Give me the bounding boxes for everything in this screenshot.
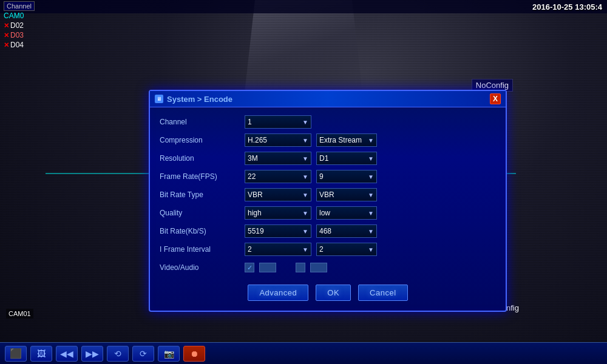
resolution-extra-value: D1 xyxy=(319,154,328,163)
chevron-down-icon: ▼ xyxy=(368,192,374,198)
chevron-down-icon: ▼ xyxy=(302,119,308,126)
framerate-secondary-select[interactable]: 9 ▼ xyxy=(316,170,377,183)
chevron-down-icon: ▼ xyxy=(302,137,308,144)
resolution-primary-select[interactable]: 3M ▼ xyxy=(245,152,311,165)
audio-checkbox-rect[interactable] xyxy=(310,263,327,272)
chevron-down-icon: ▼ xyxy=(368,246,374,253)
channel-label: CAM0 xyxy=(4,12,24,20)
channel-select[interactable]: 1 ▼ xyxy=(245,115,311,129)
bitrate-secondary-select[interactable]: 468 ▼ xyxy=(316,224,377,238)
bitrate-primary-select[interactable]: 5519 ▼ xyxy=(245,224,311,238)
framerate-row: Frame Rate(FPS) 22 ▼ 9 ▼ xyxy=(160,169,496,184)
quality-label: Quality xyxy=(160,209,245,217)
taskbar-btn-6[interactable]: ⟳ xyxy=(132,346,154,362)
modal-title-bar: 🖥 System > Encode X xyxy=(150,91,506,107)
taskbar-icon-7: 📷 xyxy=(164,349,174,359)
modal-title: System > Encode xyxy=(167,95,232,104)
resolution-row: Resolution 3M ▼ D1 ▼ xyxy=(160,151,496,166)
video-checkbox-rect[interactable] xyxy=(259,263,276,272)
channel-label: D03 xyxy=(10,31,24,39)
quality-value: high xyxy=(248,209,262,217)
modal-icon: 🖥 xyxy=(155,95,163,103)
bitrate-type-secondary-select[interactable]: VBR ▼ xyxy=(316,188,377,201)
cancel-button[interactable]: Cancel xyxy=(358,285,407,301)
modal-buttons: Advanced OK Cancel xyxy=(160,278,496,306)
bitrate-type-controls: VBR ▼ VBR ▼ xyxy=(245,188,496,201)
compression-row: Compression H.265 ▼ Extra Stream ▼ xyxy=(160,133,496,147)
iframe-label: I Frame Interval xyxy=(160,245,245,254)
channel-list-title: Channel xyxy=(4,1,35,11)
compression-secondary-select[interactable]: Extra Stream ▼ xyxy=(316,133,377,147)
advanced-button[interactable]: Advanced xyxy=(248,285,308,301)
framerate-controls: 22 ▼ 9 ▼ xyxy=(245,170,496,183)
bitrate-type-label: Bit Rate Type xyxy=(160,190,245,199)
iframe-secondary-select[interactable]: 2 ▼ xyxy=(316,243,377,256)
resolution-label: Resolution xyxy=(160,154,245,163)
iframe-extra-value: 2 xyxy=(319,245,324,254)
taskbar-btn-8[interactable]: ⏺ xyxy=(183,346,205,362)
taskbar-icon-8: ⏺ xyxy=(190,349,198,359)
audio-checkbox[interactable] xyxy=(296,263,305,272)
chevron-down-icon: ▼ xyxy=(368,155,374,162)
chevron-down-icon: ▼ xyxy=(302,192,308,198)
bitrate-value: 5519 xyxy=(248,227,264,235)
bitrate-type-row: Bit Rate Type VBR ▼ VBR ▼ xyxy=(160,187,496,202)
iframe-value: 2 xyxy=(248,245,252,254)
ok-button[interactable]: OK xyxy=(316,285,351,301)
chevron-down-icon: ▼ xyxy=(302,174,308,180)
x-mark-icon: ✕ xyxy=(4,32,9,39)
chevron-down-icon: ▼ xyxy=(368,210,374,217)
chevron-down-icon: ▼ xyxy=(302,228,308,235)
chevron-down-icon: ▼ xyxy=(302,246,308,253)
bitrate-type-extra-value: VBR xyxy=(319,190,334,199)
iframe-primary-select[interactable]: 2 ▼ xyxy=(245,243,311,256)
framerate-label: Frame Rate(FPS) xyxy=(160,172,245,181)
bitrate-type-primary-select[interactable]: VBR ▼ xyxy=(245,188,311,201)
compression-label: Compression xyxy=(160,136,245,144)
channel-row: Channel 1 ▼ xyxy=(160,115,496,129)
framerate-extra-value: 9 xyxy=(319,172,324,181)
compression-primary-select[interactable]: H.265 ▼ xyxy=(245,133,311,147)
bitrate-type-value: VBR xyxy=(248,190,263,199)
video-checkbox[interactable] xyxy=(245,263,254,272)
chevron-down-icon: ▼ xyxy=(368,137,374,144)
taskbar-btn-4[interactable]: ▶▶ xyxy=(81,346,103,362)
channel-label: D04 xyxy=(10,41,24,49)
channel-item-d02[interactable]: ✕ D02 xyxy=(4,21,35,30)
quality-controls: high ▼ low ▼ xyxy=(245,206,496,220)
taskbar-btn-1[interactable]: ⬛ xyxy=(5,346,27,362)
taskbar-btn-5[interactable]: ⟲ xyxy=(107,346,129,362)
top-bar: 2016-10-25 13:05:4 xyxy=(0,0,607,13)
x-mark-icon: ✕ xyxy=(4,41,9,49)
bitrate-controls: 5519 ▼ 468 ▼ xyxy=(245,224,496,238)
channel-controls: 1 ▼ xyxy=(245,115,496,129)
modal-title-left: 🖥 System > Encode xyxy=(155,95,232,104)
channel-value: 1 xyxy=(248,118,252,126)
channel-item-cam0[interactable]: CAM0 xyxy=(4,11,35,21)
quality-primary-select[interactable]: high ▼ xyxy=(245,206,311,220)
resolution-controls: 3M ▼ D1 ▼ xyxy=(245,152,496,165)
taskbar-btn-3[interactable]: ◀◀ xyxy=(56,346,78,362)
video-audio-row: Video/Audio xyxy=(160,260,496,275)
taskbar-btn-7[interactable]: 📷 xyxy=(158,346,180,362)
taskbar-icon-5: ⟲ xyxy=(114,349,121,359)
channel-item-d04[interactable]: ✕ D04 xyxy=(4,40,35,50)
framerate-primary-select[interactable]: 22 ▼ xyxy=(245,170,311,183)
modal-close-button[interactable]: X xyxy=(490,93,501,104)
modal-body: Channel 1 ▼ Compression H.265 ▼ Extra St… xyxy=(150,107,506,311)
resolution-value: 3M xyxy=(248,154,258,163)
cam01-label: CAM01 xyxy=(6,309,33,318)
chevron-down-icon: ▼ xyxy=(368,174,374,180)
chevron-down-icon: ▼ xyxy=(302,155,308,162)
encode-dialog: 🖥 System > Encode X Channel 1 ▼ Compress… xyxy=(149,90,507,312)
video-audio-label: Video/Audio xyxy=(160,263,245,272)
taskbar-btn-2[interactable]: 🖼 xyxy=(30,346,52,362)
bitrate-row: Bit Rate(Kb/S) 5519 ▼ 468 ▼ xyxy=(160,224,496,238)
channel-item-d03[interactable]: ✕ D03 xyxy=(4,30,35,40)
quality-secondary-select[interactable]: low ▼ xyxy=(316,206,377,220)
bitrate-extra-value: 468 xyxy=(319,227,331,235)
video-audio-controls xyxy=(245,263,496,272)
channel-label: Channel xyxy=(160,118,245,126)
resolution-secondary-select[interactable]: D1 ▼ xyxy=(316,152,377,165)
channel-label: D02 xyxy=(10,21,24,30)
